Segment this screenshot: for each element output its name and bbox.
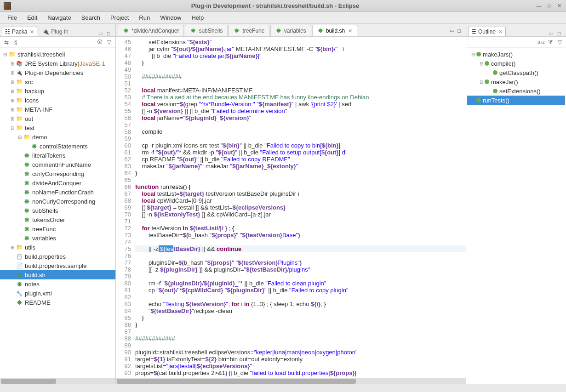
sort-az-icon[interactable]: a↓z xyxy=(537,39,545,46)
tree-item-utils[interactable]: ⊞utils xyxy=(0,243,115,252)
editor-tab--divideandconquer[interactable]: ❋*divideAndConquer xyxy=(118,25,184,36)
package-icon: ☷ xyxy=(5,28,10,35)
statusbar xyxy=(0,384,566,392)
tab-package-explorer[interactable]: ☷ Packa ✕ xyxy=(2,27,37,36)
package-explorer-panel: ☷ Packa ✕ 🔌 Plug-in ▭ ◻ ⇆ § ⦿ ▽ ⊟strahil… xyxy=(0,24,116,384)
plugin-icon: 🔌 xyxy=(42,28,49,35)
script-icon: ❋ xyxy=(123,28,129,34)
outline-item-setextensions[interactable]: setExtensions() xyxy=(467,86,565,96)
tree-item-treefunc[interactable]: treeFunc xyxy=(0,224,115,233)
minimize-view-icon[interactable]: ▭ xyxy=(97,30,103,36)
tree-item-meta-inf[interactable]: ⊞META-INF xyxy=(0,105,115,114)
tree-item-build-properties[interactable]: build.properties xyxy=(0,252,115,261)
menu-project[interactable]: Project xyxy=(106,13,133,23)
menu-window[interactable]: Window xyxy=(155,13,186,23)
tree-item-curlycorresponding[interactable]: curlyCorresponding xyxy=(0,169,115,178)
tree-item-tokensorder[interactable]: tokensOrder xyxy=(0,215,115,224)
tab-outline[interactable]: ☰ Outline ✕ xyxy=(468,27,506,36)
outline-icon: ☰ xyxy=(471,28,476,35)
tree-item-build-properties-sample[interactable]: build.properties.sample xyxy=(0,261,115,270)
editor-tab-build-sh[interactable]: ❋build.sh✕ xyxy=(312,25,357,36)
tab-plugin[interactable]: 🔌 Plug-in xyxy=(39,27,71,36)
menu-edit[interactable]: Edit xyxy=(23,13,42,23)
tree-item-variables[interactable]: variables xyxy=(0,233,115,243)
filter-icon[interactable]: ⧩ xyxy=(547,39,554,46)
code-editor[interactable]: 4546474849505152535455565758596061626364… xyxy=(116,37,466,378)
project-tree[interactable]: ⊟strahilski.treeshell⊞JRE System Library… xyxy=(0,48,115,378)
maximize-view-icon[interactable]: ◻ xyxy=(105,30,112,36)
outline-item-makejars[interactable]: ⊟makeJars() xyxy=(467,50,565,59)
tree-item-commentinfuncname[interactable]: commentInFuncName xyxy=(0,160,115,169)
script-icon: ❋ xyxy=(234,28,240,34)
script-icon: ❋ xyxy=(275,28,282,34)
outline-item-runtests[interactable]: runTests() xyxy=(467,96,565,105)
tree-item-strahilski-treeshell[interactable]: ⊟strahilski.treeshell xyxy=(0,50,115,59)
editor-hscrollbar[interactable] xyxy=(116,378,466,384)
outline-item-makejar[interactable]: ⊟makeJar() xyxy=(467,77,565,86)
tree-item-noncurlycorresponding[interactable]: nonCurlyCorresponding xyxy=(0,197,115,206)
tree-item-plug-in-dependencies[interactable]: ⊞Plug-in Dependencies xyxy=(0,68,115,77)
outline-panel: ☰ Outline ✕ ▭ ◻ a↓z ⧩ ▽ ⊟makeJars()⊟comp… xyxy=(466,24,566,384)
close-icon[interactable]: ✕ xyxy=(556,3,562,9)
maximize-icon[interactable]: ◇ xyxy=(546,3,552,9)
maximize-view-icon[interactable]: ◻ xyxy=(556,30,562,36)
tree-item-src[interactable]: ⊞src xyxy=(0,77,115,86)
tree-item-nonamefunctioncrash[interactable]: noNameFunctionCrash xyxy=(0,187,115,197)
tree-item-divideandconquer[interactable]: divideAndConquer xyxy=(0,178,115,187)
tree-item-plugin-xml[interactable]: plugin.xml xyxy=(0,289,115,298)
tree-item-icons[interactable]: ⊞icons xyxy=(0,96,115,105)
line-gutter: 4546474849505152535455565758596061626364… xyxy=(116,37,135,378)
minimize-icon[interactable]: — xyxy=(536,3,542,9)
outline-tree[interactable]: ⊟makeJars()⊟compile()getClasspath()⊟make… xyxy=(466,48,566,384)
tree-item-literaltokens[interactable]: literalTokens xyxy=(0,151,115,160)
script-icon: ❋ xyxy=(190,28,196,34)
editor-tab-subshells[interactable]: ❋subShells xyxy=(185,25,228,36)
focus-icon[interactable]: ⦿ xyxy=(96,39,103,46)
menu-run[interactable]: Run xyxy=(134,13,154,23)
tree-item-test[interactable]: ⊟test xyxy=(0,123,115,132)
collapse-all-icon[interactable]: ⇆ xyxy=(3,39,10,46)
tree-item-controlstatements[interactable]: controlStatements xyxy=(0,142,115,151)
tree-item-subshells[interactable]: subShells xyxy=(0,206,115,215)
script-icon: ❋ xyxy=(317,28,324,34)
tree-item-jre-system-library[interactable]: ⊞JRE System Library [JavaSE-1 xyxy=(0,59,115,68)
code-content[interactable]: setExtensions "${exts}" jar cvfm "${out}… xyxy=(135,37,466,378)
view-menu-icon[interactable]: ▽ xyxy=(105,39,113,46)
tree-item-backup[interactable]: ⊞backup xyxy=(0,86,115,96)
view-menu-icon[interactable]: ▽ xyxy=(556,39,563,46)
menu-navigate[interactable]: Navigate xyxy=(43,13,75,23)
close-icon[interactable]: ✕ xyxy=(498,29,503,35)
editor-area: ❋*divideAndConquer❋subShells❋treeFunc❋va… xyxy=(116,24,466,384)
tree-item-build-sh[interactable]: build.sh xyxy=(0,270,115,279)
tree-item-notes[interactable]: notes xyxy=(0,279,115,289)
close-icon[interactable]: ✕ xyxy=(348,28,352,34)
minimize-editor-icon[interactable]: ▭ xyxy=(450,28,454,34)
menu-file[interactable]: File xyxy=(3,13,22,23)
editor-tab-treefunc[interactable]: ❋treeFunc xyxy=(229,25,269,36)
tree-item-readme[interactable]: README xyxy=(0,298,115,307)
menubar: File Edit Navigate Search Project Run Wi… xyxy=(0,12,566,24)
close-icon[interactable]: ✕ xyxy=(30,29,34,35)
editor-tabs: ❋*divideAndConquer❋subShells❋treeFunc❋va… xyxy=(116,24,466,37)
maximize-editor-icon[interactable]: ◻ xyxy=(457,28,461,34)
link-editor-icon[interactable]: § xyxy=(12,39,19,46)
outline-item-getclasspath[interactable]: getClasspath() xyxy=(467,68,565,77)
outline-item-compile[interactable]: ⊟compile() xyxy=(467,59,565,68)
tree-item-out[interactable]: ⊞out xyxy=(0,114,115,123)
window-title: Plug-in Development - strahilski.treeshe… xyxy=(15,2,536,9)
tree-item-demo[interactable]: ⊟demo xyxy=(0,132,115,142)
tree-hscrollbar[interactable] xyxy=(0,378,115,384)
editor-tab-variables[interactable]: ❋variables xyxy=(270,25,311,36)
minimize-view-icon[interactable]: ▭ xyxy=(548,30,554,36)
titlebar: Plug-in Development - strahilski.treeshe… xyxy=(0,0,566,12)
app-icon xyxy=(4,2,11,10)
menu-search[interactable]: Search xyxy=(77,13,105,23)
menu-help[interactable]: Help xyxy=(187,13,208,23)
